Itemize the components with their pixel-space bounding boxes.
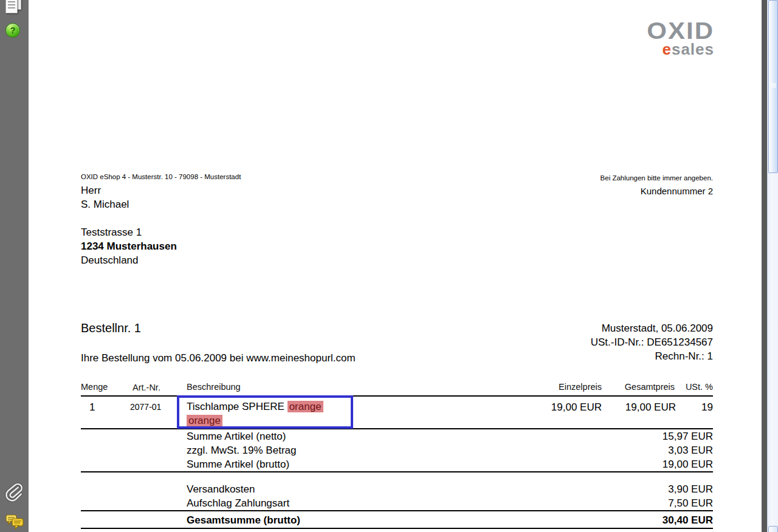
grand-total-value: 30,40 EUR (663, 513, 713, 527)
logo-wordmark: OXID (647, 19, 714, 43)
order-info-line: Ihre Bestellung vom 05.06.2009 bei www.m… (81, 351, 356, 365)
recipient-country: Deutschland (81, 253, 177, 267)
order-number: Bestellnr. 1 (81, 321, 141, 336)
paperclip-icon (4, 480, 24, 506)
help-icon[interactable]: ? (5, 23, 20, 38)
item-total-price: 19,00 EUR (625, 400, 676, 414)
extras-rule (81, 510, 713, 511)
recipient-name: S. Michael (81, 197, 177, 211)
col-header-description: Beschreibung (187, 381, 241, 392)
col-header-unit-price: Einzelpreis (559, 381, 602, 392)
shipping-label: Versandkosten (187, 482, 255, 496)
invoice-vat-id: USt.-ID-Nr.: DE651234567 (591, 335, 713, 349)
comments-icon[interactable] (5, 514, 24, 531)
annotation-rectangle[interactable] (177, 395, 353, 429)
recipient-city: 1234 Musterhausen (81, 239, 177, 253)
col-header-art-no: Art.-Nr. (133, 382, 160, 393)
invoice-place-date: Musterstadt, 05.06.2009 (591, 321, 713, 335)
address-gap (81, 211, 177, 225)
sum-vat-value: 3,03 EUR (668, 443, 713, 457)
oxid-logo: OXID esales (647, 18, 714, 57)
page-gutter (762, 0, 767, 532)
col-header-qty: Menge (81, 381, 108, 392)
pages-panel-icon[interactable] (5, 0, 24, 13)
viewer-sidebar: ? (0, 0, 29, 532)
customer-number: Kundennummer 2 (641, 185, 713, 197)
invoice-page: OXID esales OXID eShop 4 - Musterstr. 10… (29, 0, 762, 532)
sum-netto-label: Summe Artikel (netto) (187, 429, 286, 443)
item-vat: 19 (701, 400, 713, 414)
help-glyph: ? (10, 26, 16, 35)
item-row-rule (81, 428, 713, 429)
sum-brutto-value: 19,00 EUR (663, 457, 713, 471)
speech-bubbles-icon (5, 514, 24, 531)
payment-surcharge-value: 7,50 EUR (668, 496, 713, 510)
scrollbar-grip (771, 83, 776, 88)
invoice-number: Rechn-Nr.: 1 (591, 349, 713, 363)
pdf-viewer: ? (0, 0, 778, 532)
scrollbar-thumb[interactable] (768, 0, 778, 173)
item-qty: 1 (89, 400, 95, 414)
invoice-meta: Musterstadt, 05.06.2009 USt.-ID-Nr.: DE6… (591, 321, 713, 363)
total-rule (81, 528, 713, 529)
sum-brutto-label: Summe Artikel (brutto) (187, 457, 289, 471)
grand-total-label: Gesamtsumme (brutto) (187, 513, 300, 527)
col-header-total-price: Gesamtpreis (625, 381, 675, 392)
item-art-no: 2077-01 (130, 402, 161, 412)
scrollbar-down-button[interactable] (768, 526, 778, 532)
recipient-street: Teststrasse 1 (81, 225, 177, 239)
recipient-address: Herr S. Michael Teststrasse 1 1234 Muste… (81, 183, 177, 267)
recipient-salutation: Herr (81, 183, 177, 197)
shipping-value: 3,90 EUR (668, 482, 713, 496)
payment-note: Bei Zahlungen bitte immer angeben. (601, 174, 713, 182)
sender-line: OXID eShop 4 - Musterstr. 10 - 79098 - M… (81, 172, 241, 181)
col-header-vat: USt. % (686, 381, 713, 392)
vertical-scrollbar[interactable] (767, 0, 778, 532)
sums-rule (81, 471, 713, 472)
item-unit-price: 19,00 EUR (551, 400, 602, 414)
sum-vat-label: zzgl. MwSt. 19% Betrag (187, 443, 296, 457)
payment-surcharge-label: Aufschlag Zahlungsart (187, 496, 289, 510)
page-sheet-front (5, 0, 18, 13)
table-header-rule (81, 395, 713, 397)
attachments-icon[interactable] (4, 480, 24, 506)
sum-netto-value: 15,97 EUR (663, 429, 713, 443)
